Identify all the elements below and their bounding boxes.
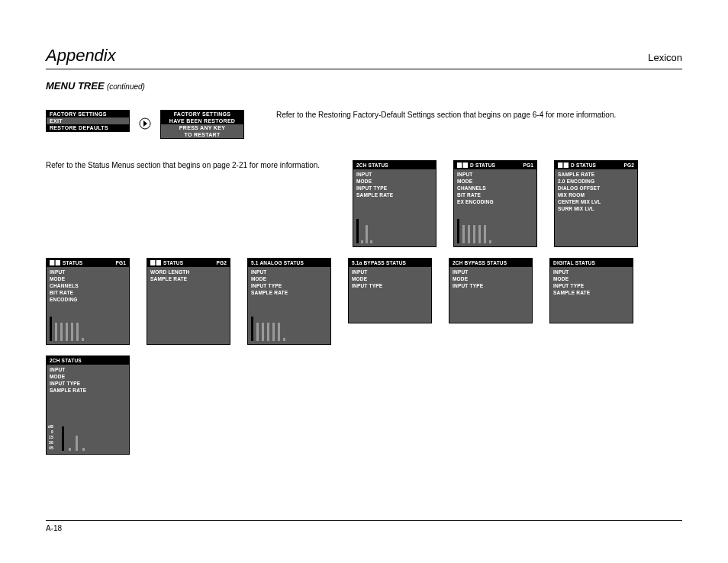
page-footer: A-18	[46, 520, 682, 532]
panel-line: INPUT	[453, 269, 529, 275]
status-panel-51a-bypass: 5.1a BYPASS STATUS INPUT MODE INPUT TYPE	[348, 258, 432, 323]
panel-line: MODE	[457, 178, 533, 185]
panel-title: D STATUS	[470, 162, 495, 168]
panel-line: MODE	[356, 178, 433, 185]
menu-row: FACTORY SETTINGS	[161, 111, 243, 117]
page-number: A-18	[46, 524, 62, 532]
dts-icon	[150, 260, 161, 265]
db-scale: dB 0 15 30 45	[48, 424, 53, 451]
continued-label: (continued)	[107, 82, 145, 91]
menu-row: EXIT	[47, 117, 129, 124]
panel-line: INPUT TYPE	[50, 380, 126, 387]
status-panel-dts-pg2: STATUSPG2 WORD LENGTH SAMPLE RATE	[147, 258, 230, 345]
status-note: Refer to the Status Menus section that b…	[46, 160, 336, 171]
panel-line: MIX ROOM	[558, 191, 634, 198]
panel-page: PG2	[623, 162, 634, 168]
panel-title: STATUS	[163, 260, 183, 265]
status-panel-dts-pg1: STATUSPG1 INPUT MODE CHANNELS BIT RATE E…	[46, 258, 130, 345]
panel-line: SAMPLE RATE	[50, 387, 126, 394]
panel-line: INPUT	[457, 171, 533, 178]
panel-line: WORD LENGTH	[150, 269, 227, 275]
panel-title: STATUS	[63, 260, 82, 265]
level-bars	[62, 426, 85, 451]
panel-title: 5.1a BYPASS STATUS	[352, 260, 406, 265]
panel-line: MODE	[352, 275, 428, 282]
panel-line: CENTER MIX LVL	[558, 198, 634, 205]
level-bars	[50, 317, 84, 341]
panel-line: SAMPLE RATE	[150, 275, 227, 282]
level-bars	[356, 219, 372, 243]
panel-page: PG1	[115, 260, 126, 265]
panel-title: 2CH BYPASS STATUS	[453, 260, 507, 265]
arrow-right-icon	[139, 117, 151, 133]
panel-line: INPUT	[50, 366, 126, 373]
menu-row: PRESS ANY KEY	[161, 124, 243, 131]
panel-title: DIGITAL STATUS	[553, 260, 595, 265]
panel-line: CHANNELS	[50, 282, 126, 289]
panel-line: INPUT TYPE	[453, 282, 529, 289]
panel-line: CHANNELS	[457, 185, 533, 191]
page-header: Appendix Lexicon	[46, 46, 682, 69]
dolby-icon	[558, 162, 569, 168]
panel-line: SAMPLE RATE	[251, 289, 327, 296]
dolby-icon	[457, 162, 468, 168]
status-panel-d-pg1: D STATUSPG1 INPUT MODE CHANNELS BIT RATE…	[453, 160, 537, 247]
panel-line: 2.0 ENCODING	[558, 178, 634, 185]
menu-row: RESTORE DEFAULTS	[47, 124, 129, 131]
factory-row: FACTORY SETTINGS EXIT RESTORE DEFAULTS F…	[46, 110, 682, 139]
panel-title: D STATUS	[571, 162, 596, 168]
panel-line: MODE	[251, 275, 327, 282]
panel-page: PG2	[216, 260, 227, 265]
status-panel-2ch: 2CH STATUS INPUT MODE INPUT TYPE SAMPLE …	[353, 160, 436, 247]
menu-row: HAVE BEEN RESTORED	[161, 117, 243, 124]
panel-title: 2CH STATUS	[356, 162, 388, 168]
panel-line: SAMPLE RATE	[553, 289, 630, 296]
status-row-2: STATUSPG1 INPUT MODE CHANNELS BIT RATE E…	[46, 258, 682, 345]
status-panel-2ch-bypass: 2CH BYPASS STATUS INPUT MODE INPUT TYPE	[449, 258, 533, 323]
factory-note: Refer to the Restoring Factory-Default S…	[253, 110, 682, 121]
panel-line: EX ENCODING	[457, 198, 533, 205]
level-bars	[251, 317, 285, 341]
section-subtitle: MENU TREE (continued)	[46, 80, 682, 92]
menu-tree-label: MENU TREE	[46, 80, 105, 92]
panel-line: MODE	[50, 275, 126, 282]
panel-line: INPUT	[553, 269, 630, 275]
status-panel-digital: DIGITAL STATUS INPUT MODE INPUT TYPE SAM…	[549, 258, 633, 323]
panel-line: SURR MIX LVL	[558, 205, 634, 212]
panel-title: 5.1 ANALOG STATUS	[251, 260, 304, 265]
menu-row: FACTORY SETTINGS	[47, 111, 129, 117]
panel-line: INPUT	[251, 269, 327, 275]
panel-page: PG1	[523, 162, 533, 168]
panel-line: MODE	[50, 373, 126, 380]
status-row-1: Refer to the Status Menus section that b…	[46, 160, 682, 247]
brand-name: Lexicon	[648, 52, 682, 63]
panel-line: SAMPLE RATE	[558, 171, 634, 178]
dts-icon	[50, 260, 60, 265]
panel-line: INPUT	[50, 269, 126, 275]
status-panel-d-pg2: D STATUSPG2 SAMPLE RATE 2.0 ENCODING DIA…	[554, 160, 638, 247]
panel-line: SAMPLE RATE	[356, 191, 433, 198]
status-panel-2ch-scale: 2CH STATUS INPUT MODE INPUT TYPE SAMPLE …	[46, 355, 130, 455]
panel-line: INPUT	[356, 171, 433, 178]
panel-line: INPUT TYPE	[251, 282, 327, 289]
appendix-title: Appendix	[46, 46, 116, 66]
level-bars	[457, 219, 491, 243]
panel-title: 2CH STATUS	[50, 358, 82, 363]
panel-line: INPUT TYPE	[356, 185, 433, 191]
panel-line: BIT RATE	[50, 289, 126, 296]
factory-restored-menu: FACTORY SETTINGS HAVE BEEN RESTORED PRES…	[160, 110, 244, 139]
panel-line: ENCODING	[50, 296, 126, 303]
panel-line: BIT RATE	[457, 191, 533, 198]
panel-line: INPUT	[352, 269, 428, 275]
panel-line: INPUT TYPE	[553, 282, 630, 289]
factory-settings-menu: FACTORY SETTINGS EXIT RESTORE DEFAULTS	[46, 110, 130, 132]
panel-line: DIALOG OFFSET	[558, 185, 634, 191]
panel-line: MODE	[453, 275, 529, 282]
panel-line: INPUT TYPE	[352, 282, 428, 289]
status-row-3: 2CH STATUS INPUT MODE INPUT TYPE SAMPLE …	[46, 355, 682, 455]
menu-row: TO RESTART	[161, 131, 243, 138]
status-panel-51analog: 5.1 ANALOG STATUS INPUT MODE INPUT TYPE …	[247, 258, 331, 345]
panel-line: MODE	[553, 275, 630, 282]
